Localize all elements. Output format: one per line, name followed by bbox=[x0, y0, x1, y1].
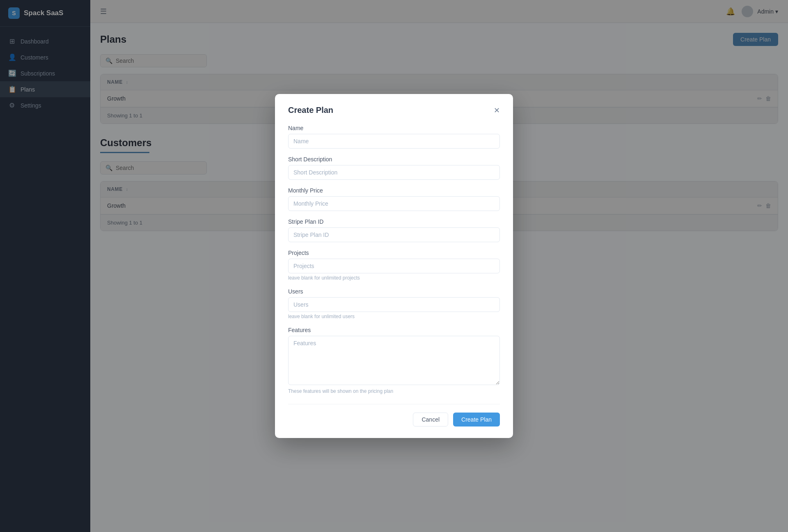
stripe-plan-id-field-group: Stripe Plan ID bbox=[288, 218, 500, 242]
modal-header: Create Plan ✕ bbox=[288, 105, 500, 115]
name-input[interactable] bbox=[288, 134, 500, 149]
projects-hint: leave blank for unlimited projects bbox=[288, 275, 500, 281]
modal-title: Create Plan bbox=[288, 105, 333, 115]
projects-input[interactable] bbox=[288, 259, 500, 273]
modal-footer: Cancel Create Plan bbox=[288, 404, 500, 427]
short-description-field-group: Short Description bbox=[288, 156, 500, 180]
users-label: Users bbox=[288, 288, 500, 295]
features-field-group: Features These features will be shown on… bbox=[288, 327, 500, 394]
name-field-group: Name bbox=[288, 125, 500, 149]
name-label: Name bbox=[288, 125, 500, 131]
cancel-button[interactable]: Cancel bbox=[413, 413, 448, 427]
monthly-price-label: Monthly Price bbox=[288, 187, 500, 194]
projects-label: Projects bbox=[288, 250, 500, 256]
short-description-label: Short Description bbox=[288, 156, 500, 163]
short-description-input[interactable] bbox=[288, 165, 500, 180]
projects-field-group: Projects leave blank for unlimited proje… bbox=[288, 250, 500, 281]
create-plan-button-modal[interactable]: Create Plan bbox=[453, 413, 500, 427]
features-hint: These features will be shown on the pric… bbox=[288, 388, 500, 394]
monthly-price-field-group: Monthly Price bbox=[288, 187, 500, 211]
create-plan-modal: Create Plan ✕ Name Short Description Mon… bbox=[275, 94, 513, 438]
stripe-plan-id-label: Stripe Plan ID bbox=[288, 218, 500, 225]
users-input[interactable] bbox=[288, 297, 500, 312]
modal-overlay[interactable]: Create Plan ✕ Name Short Description Mon… bbox=[0, 0, 788, 532]
stripe-plan-id-input[interactable] bbox=[288, 227, 500, 242]
users-hint: leave blank for unlimited users bbox=[288, 314, 500, 319]
users-field-group: Users leave blank for unlimited users bbox=[288, 288, 500, 319]
modal-close-button[interactable]: ✕ bbox=[494, 107, 500, 114]
features-label: Features bbox=[288, 327, 500, 333]
monthly-price-input[interactable] bbox=[288, 196, 500, 211]
features-textarea[interactable] bbox=[288, 336, 500, 385]
